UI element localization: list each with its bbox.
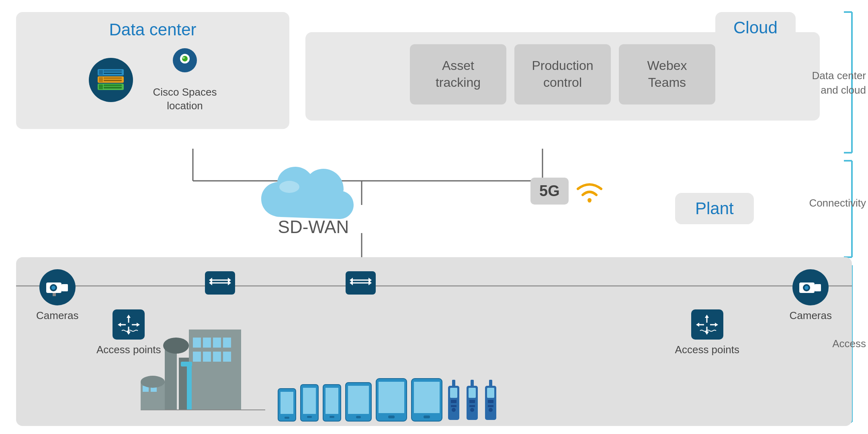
sdwan-section: SD-WAN — [257, 165, 370, 237]
app-box-asset-tracking: Asset tracking — [410, 44, 506, 104]
svg-rect-68 — [213, 352, 221, 362]
svg-rect-113 — [488, 405, 493, 407]
svg-rect-87 — [326, 388, 338, 414]
svg-point-109 — [470, 408, 474, 412]
svg-rect-62 — [193, 338, 201, 348]
walkie-3 — [483, 378, 498, 422]
svg-point-35 — [588, 198, 592, 202]
wifi-icon — [575, 177, 605, 205]
svg-rect-70 — [165, 346, 177, 410]
right-ap-label: Access points — [675, 344, 739, 356]
left-switch-icon — [205, 271, 235, 295]
svg-point-127 — [805, 286, 809, 290]
svg-marker-117 — [705, 315, 709, 318]
svg-rect-67 — [203, 352, 211, 362]
svg-point-72 — [163, 338, 189, 354]
svg-rect-69 — [223, 352, 231, 362]
phone-2 — [300, 384, 319, 422]
svg-rect-40 — [53, 293, 56, 296]
svg-rect-82 — [285, 417, 289, 419]
plant-title: Plant — [695, 199, 734, 218]
svg-rect-114 — [489, 380, 492, 387]
left-camera-group: Cameras — [36, 269, 78, 322]
svg-point-79 — [141, 376, 165, 388]
svg-rect-106 — [469, 400, 475, 403]
right-ap-group: Access points — [675, 309, 739, 356]
svg-point-32 — [182, 56, 188, 61]
svg-rect-66 — [193, 352, 201, 362]
svg-rect-90 — [348, 386, 369, 414]
svg-rect-74 — [181, 362, 192, 366]
main-container: Data center — [0, 0, 868, 434]
svg-rect-105 — [469, 388, 476, 398]
cloud-title: Cloud — [733, 18, 778, 37]
plant-top-bar — [16, 285, 852, 287]
plant-header-box: Plant — [675, 193, 754, 224]
right-camera-group: Cameras — [790, 269, 832, 322]
label-data-center-cloud: Data centerand cloud — [812, 68, 866, 98]
svg-rect-19 — [99, 70, 103, 75]
svg-rect-37 — [61, 284, 68, 291]
location-pin-icon — [172, 47, 198, 82]
plant-section: Cameras Access points — [16, 257, 852, 426]
svg-point-115 — [489, 408, 493, 412]
left-camera-icon — [39, 269, 76, 305]
svg-marker-46 — [118, 323, 121, 327]
svg-rect-24 — [104, 77, 122, 79]
cloud-apps-box: Asset tracking Production control Webex … — [305, 32, 820, 121]
tablet-1 — [345, 382, 372, 422]
svg-rect-65 — [223, 338, 231, 348]
cisco-spaces-label: Cisco Spaceslocation — [153, 86, 217, 113]
svg-rect-125 — [815, 284, 821, 291]
middle-switch-icon — [346, 271, 376, 295]
svg-rect-108 — [471, 380, 474, 387]
walkie-1 — [446, 378, 461, 422]
data-center-box: Data center — [16, 12, 289, 129]
svg-rect-23 — [99, 77, 103, 82]
left-ap-icon — [113, 309, 145, 340]
fiveg-badge: 5G — [530, 178, 569, 205]
svg-point-103 — [452, 408, 456, 412]
right-camera-label: Cameras — [790, 309, 832, 322]
svg-rect-64 — [213, 338, 221, 348]
svg-rect-101 — [451, 405, 457, 407]
svg-rect-96 — [414, 382, 440, 413]
svg-rect-29 — [104, 87, 122, 88]
right-camera-icon — [792, 269, 829, 305]
svg-marker-119 — [705, 332, 709, 335]
mobile-devices-group — [277, 378, 498, 422]
tablet-3 — [411, 378, 443, 422]
tablet-2 — [375, 378, 407, 422]
svg-marker-42 — [127, 315, 131, 318]
svg-rect-107 — [469, 405, 475, 407]
svg-rect-112 — [488, 400, 493, 403]
svg-point-33 — [182, 57, 185, 59]
svg-rect-81 — [280, 392, 293, 414]
right-ap-icon — [691, 309, 723, 340]
svg-rect-97 — [424, 416, 430, 418]
svg-rect-73 — [187, 366, 192, 410]
svg-rect-85 — [307, 416, 312, 418]
label-connectivity: Connectivity — [809, 197, 866, 209]
svg-rect-100 — [451, 400, 457, 403]
svg-rect-25 — [104, 80, 122, 81]
left-camera-label: Cameras — [36, 309, 78, 322]
svg-rect-63 — [203, 338, 211, 348]
walkie-2 — [465, 378, 480, 422]
svg-marker-44 — [127, 332, 131, 335]
svg-point-39 — [51, 286, 55, 290]
svg-marker-121 — [696, 323, 699, 327]
svg-rect-20 — [104, 70, 122, 72]
data-center-title: Data center — [28, 20, 277, 39]
svg-rect-84 — [303, 388, 316, 414]
svg-rect-99 — [450, 388, 457, 398]
svg-rect-91 — [356, 416, 361, 418]
factory-illustration — [141, 305, 265, 422]
app-box-webex-teams: Webex Teams — [619, 44, 715, 104]
sdwan-label: SD-WAN — [278, 217, 349, 237]
svg-marker-123 — [715, 323, 718, 327]
svg-marker-48 — [137, 323, 140, 327]
phone-3 — [322, 384, 342, 422]
fiveg-section: 5G — [530, 177, 605, 205]
svg-rect-88 — [330, 416, 334, 418]
